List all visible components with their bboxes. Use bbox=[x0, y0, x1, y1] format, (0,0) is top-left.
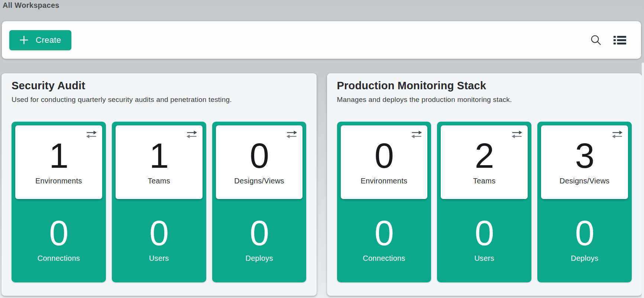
stat-tiles: 0 Environments 0 Connections 2 Teams bbox=[337, 122, 632, 282]
tile-top-label: Teams bbox=[473, 177, 495, 185]
tile-bottom-panel[interactable]: 0 Users bbox=[441, 199, 528, 282]
tile-top-label: Environments bbox=[360, 177, 407, 185]
tile-bottom-label: Connections bbox=[38, 254, 80, 263]
tile-top-panel[interactable]: 3 Designs/Views bbox=[541, 125, 628, 199]
tile-bottom-panel[interactable]: 0 Connections bbox=[15, 199, 102, 282]
tile-bottom-label: Connections bbox=[363, 254, 405, 263]
tile-bottom-panel[interactable]: 0 Deploys bbox=[216, 199, 303, 282]
create-button[interactable]: Create bbox=[9, 30, 71, 50]
stat-tile-teams[interactable]: 2 Teams 0 Users bbox=[437, 122, 531, 282]
tile-top-value: 2 bbox=[475, 139, 494, 172]
tile-top-panel[interactable]: 1 Environments bbox=[15, 125, 102, 199]
tile-top-value: 3 bbox=[575, 139, 594, 172]
stat-tile-environments[interactable]: 1 Environments 0 Connections bbox=[12, 122, 106, 282]
tile-bottom-panel[interactable]: 0 Connections bbox=[341, 199, 428, 282]
stat-tile-designs-views[interactable]: 3 Designs/Views 0 Deploys bbox=[537, 122, 632, 282]
swap-arrows-icon[interactable] bbox=[411, 130, 423, 139]
tile-bottom-value: 0 bbox=[149, 217, 168, 250]
tile-top-panel[interactable]: 0 Environments bbox=[341, 125, 428, 199]
search-button[interactable] bbox=[588, 32, 603, 48]
swap-arrows-icon[interactable] bbox=[186, 130, 198, 139]
tile-bottom-label: Users bbox=[149, 254, 169, 263]
list-view-icon bbox=[614, 36, 626, 45]
stat-tile-environments[interactable]: 0 Environments 0 Connections bbox=[337, 122, 431, 282]
search-icon bbox=[590, 34, 602, 46]
workspace-title: Production Monitoring Stack bbox=[337, 79, 632, 92]
tile-bottom-value: 0 bbox=[475, 217, 494, 250]
workspace-list: Security Audit Used for conducting quart… bbox=[1, 73, 642, 296]
tile-bottom-label: Users bbox=[474, 254, 494, 263]
tile-top-value: 0 bbox=[375, 139, 394, 172]
tile-top-panel[interactable]: 1 Teams bbox=[116, 125, 203, 199]
tile-top-label: Designs/Views bbox=[234, 177, 284, 185]
scrollbar[interactable] bbox=[642, 63, 644, 298]
tile-bottom-label: Deploys bbox=[571, 254, 598, 263]
tile-top-label: Environments bbox=[35, 177, 82, 185]
tile-top-panel[interactable]: 0 Designs/Views bbox=[216, 125, 303, 199]
tile-bottom-value: 0 bbox=[375, 217, 394, 250]
workspace-card-security-audit: Security Audit Used for conducting quart… bbox=[1, 73, 317, 296]
tile-top-value: 1 bbox=[49, 139, 68, 172]
swap-arrows-icon[interactable] bbox=[611, 130, 623, 139]
tile-bottom-value: 0 bbox=[575, 217, 594, 250]
workspace-card-production-monitoring-stack: Production Monitoring Stack Manages and … bbox=[327, 73, 642, 296]
workspace-title: Security Audit bbox=[12, 79, 307, 92]
page-title: All Workspaces bbox=[0, 0, 644, 10]
tile-top-value: 1 bbox=[149, 139, 168, 172]
tile-bottom-label: Deploys bbox=[245, 254, 273, 263]
stat-tiles: 1 Environments 0 Connections 1 Teams bbox=[12, 122, 307, 282]
tile-top-label: Teams bbox=[148, 177, 170, 185]
list-view-button[interactable] bbox=[612, 34, 628, 47]
tile-top-label: Designs/Views bbox=[560, 177, 610, 185]
toolbar: Create bbox=[2, 21, 641, 59]
tile-bottom-value: 0 bbox=[250, 217, 269, 250]
tile-top-panel[interactable]: 2 Teams bbox=[441, 125, 528, 199]
workspace-description: Manages and deploys the production monit… bbox=[337, 96, 632, 104]
tile-bottom-value: 0 bbox=[49, 217, 68, 250]
stat-tile-designs-views[interactable]: 0 Designs/Views 0 Deploys bbox=[212, 122, 307, 282]
workspace-description: Used for conducting quarterly security a… bbox=[12, 96, 307, 104]
tile-bottom-panel[interactable]: 0 Deploys bbox=[541, 199, 628, 282]
stat-tile-teams[interactable]: 1 Teams 0 Users bbox=[112, 122, 206, 282]
swap-arrows-icon[interactable] bbox=[511, 130, 523, 139]
create-button-label: Create bbox=[36, 35, 61, 45]
tile-bottom-panel[interactable]: 0 Users bbox=[116, 199, 203, 282]
swap-arrows-icon[interactable] bbox=[286, 130, 298, 139]
swap-arrows-icon[interactable] bbox=[85, 130, 97, 139]
plus-icon bbox=[20, 36, 28, 44]
tile-top-value: 0 bbox=[250, 139, 269, 172]
